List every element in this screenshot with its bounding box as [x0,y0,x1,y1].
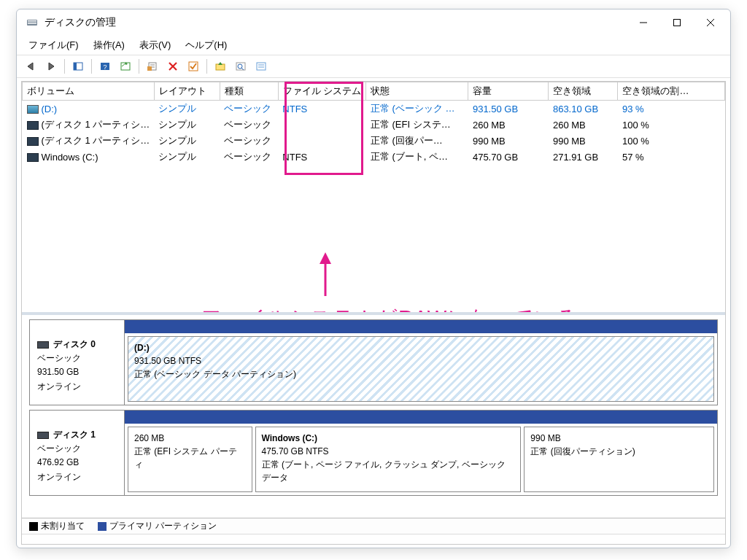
close-button[interactable] [694,10,727,35]
properties-button[interactable] [143,58,162,75]
annotation-arrow [311,251,340,300]
menu-bar: ファイル(F) 操作(A) 表示(V) ヘルプ(H) [17,36,730,55]
refresh-button[interactable] [116,58,135,75]
vol-name: (ディスク 1 パーティシ… [42,135,150,146]
legend-unallocated: 未割り当て [29,520,85,532]
minimize-button[interactable] [627,10,660,35]
col-status[interactable]: 状態 [366,82,468,101]
svg-rect-19 [189,62,198,71]
delete-button[interactable] [163,58,182,75]
col-free[interactable]: 空き領域 [549,82,618,101]
col-freepct[interactable]: 空き領域の割… [618,82,725,101]
content-area: ボリューム レイアウト 種類 ファイル システム 状態 容量 空き領域 空き領域… [21,81,726,545]
maximize-button[interactable] [660,10,694,35]
vol-name: (D:) [42,104,58,114]
menu-view[interactable]: 表示(V) [132,37,178,53]
status-bar [22,534,725,544]
legend-primary: プライマリ パーティション [98,520,217,532]
toolbar: ? [17,55,730,78]
partition-block[interactable]: 260 MB 正常 (EFI システム パーティ [128,427,252,492]
disk-icon [37,341,49,349]
volume-icon [27,137,39,146]
svg-rect-4 [674,20,681,26]
col-fs[interactable]: ファイル システム [278,82,366,101]
disk-row[interactable]: ディスク 1 ベーシック 476.92 GB オンライン 260 MB 正常 (… [29,410,718,496]
up-button[interactable] [211,58,230,75]
svg-rect-16 [147,66,152,71]
col-capacity[interactable]: 容量 [468,82,549,101]
title-bar[interactable]: ディスクの管理 [17,9,730,36]
table-row[interactable]: Windows (C:) シンプル ベーシック NTFS 正常 (ブート, ペ…… [23,149,725,165]
svg-text:?: ? [103,63,107,71]
svg-marker-21 [218,62,222,65]
search-button[interactable] [231,58,250,75]
partition-block[interactable]: (D:) 931.50 GB NTFS 正常 (ベーシック データ パーティショ… [128,336,714,402]
svg-marker-29 [320,252,331,264]
col-layout[interactable]: レイアウト [154,82,220,101]
volume-icon [27,105,39,114]
svg-rect-20 [216,64,225,70]
menu-file[interactable]: ファイル(F) [21,37,86,53]
disk-row[interactable]: ディスク 0 ベーシック 931.50 GB オンライン (D:) 931.50… [29,319,718,405]
svg-rect-25 [257,63,266,70]
table-row[interactable]: (D:) シンプル ベーシック NTFS 正常 (ベーシック … 931.50 … [23,101,725,117]
partition-block[interactable]: Windows (C:) 475.70 GB NTFS 正常 (ブート, ページ… [255,427,522,492]
vol-name: Windows (C:) [42,152,98,163]
help-button[interactable]: ? [96,58,115,75]
disk-map-pane: ディスク 0 ベーシック 931.50 GB オンライン (D:) 931.50… [22,315,725,518]
legend-bar: 未割り当て プライマリ パーティション [22,518,725,534]
disk-header: ディスク 0 ベーシック 931.50 GB オンライン [30,320,125,405]
back-button[interactable] [21,58,40,75]
window-title: ディスクの管理 [44,16,116,29]
svg-rect-1 [28,20,36,22]
svg-rect-2 [28,23,36,24]
volume-icon [27,121,39,130]
volume-list-pane: ボリューム レイアウト 種類 ファイル システム 状態 容量 空き領域 空き領域… [22,82,725,315]
menu-help[interactable]: ヘルプ(H) [178,37,234,53]
show-hide-button[interactable] [69,58,88,75]
forward-button[interactable] [42,58,61,75]
col-volume[interactable]: ボリューム [23,82,155,101]
table-row[interactable]: (ディスク 1 パーティシ… シンプル ベーシック 正常 (EFI システ… 2… [23,117,725,133]
vol-name: (ディスク 1 パーティシ… [42,119,150,130]
svg-rect-8 [74,63,77,70]
volume-icon [27,153,39,162]
col-type[interactable]: 種類 [220,82,278,101]
partition-block[interactable]: 990 MB 正常 (回復パーティション) [524,427,714,492]
list-button[interactable] [252,58,271,75]
annotation-text: ファイルシステムがRAWになっている ＝ 正常にアクセスできない [201,300,578,312]
check-button[interactable] [184,58,203,75]
volume-table[interactable]: ボリューム レイアウト 種類 ファイル システム 状態 容量 空き領域 空き領域… [22,82,725,165]
disk-header: ディスク 1 ベーシック 476.92 GB オンライン [30,411,125,495]
window-frame: ディスクの管理 ファイル(F) 操作(A) 表示(V) ヘルプ(H) ? [16,9,731,548]
table-row[interactable]: (ディスク 1 パーティシ… シンプル ベーシック 正常 (回復パー… 990 … [23,133,725,149]
app-icon [26,16,39,29]
menu-action[interactable]: 操作(A) [86,37,132,53]
disk-icon [37,432,49,439]
